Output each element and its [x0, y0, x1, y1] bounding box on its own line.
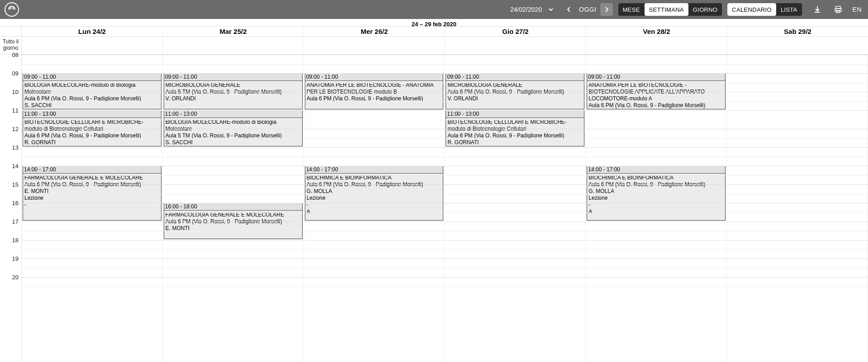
event-title: BIOTECNOLOGIE CELLULARI E MICROBICHE-mod…: [24, 119, 160, 132]
calendar-event[interactable]: 09:00 - 11:00ANATOMIA PER LE BIOTECNOLOG…: [587, 73, 726, 109]
view-calendar-button[interactable]: CALENDARIO: [727, 3, 776, 16]
day-header: Sab 29/2: [727, 27, 868, 36]
view-switch-mode: CALENDARIO LISTA: [727, 3, 802, 16]
calendar-event[interactable]: 09:00 - 11:00BIOLOGIA MOLECOLARE-modulo …: [23, 73, 161, 109]
event-extra: Lezione: [24, 195, 160, 202]
view-list-button[interactable]: LISTA: [776, 3, 802, 16]
hour-label: 08: [12, 52, 19, 58]
hour-label: 18: [12, 237, 19, 244]
allday-cell[interactable]: [586, 37, 727, 54]
calendar-event[interactable]: 11:00 - 13:00BIOLOGIA MOLECOLARE-modulo …: [164, 110, 303, 146]
hour-label: 12: [12, 126, 19, 132]
view-day-button[interactable]: GIORNO: [688, 3, 722, 16]
event-professor: S. SACCHI: [166, 139, 301, 146]
event-title: BIOTECNOLOGIE CELLULARI E MICROBICHE-mod…: [447, 119, 583, 132]
calendar-event[interactable]: 09:00 - 11:00MICROBIOLOGIA GENERALEAula …: [446, 73, 584, 109]
next-button[interactable]: [600, 3, 613, 16]
calendar-event[interactable]: 09:00 - 11:00MICROBIOLOGIA GENERALEAula …: [164, 73, 303, 109]
day-header: Ven 28/2: [586, 27, 727, 36]
time-gutter-head: [0, 27, 22, 36]
event-extra: A: [307, 208, 442, 215]
hour-label: 19: [12, 255, 19, 262]
event-time: 11:00 - 13:00: [23, 111, 161, 118]
allday-label-line: giorno: [1, 45, 20, 51]
allday-cell[interactable]: [304, 37, 445, 54]
time-gutter: 08091011121314151617181920: [0, 55, 22, 362]
day-header: Gio 27/2: [445, 27, 586, 36]
hour-label: 14: [12, 163, 19, 169]
hour-label: 13: [12, 144, 19, 151]
today-button[interactable]: OGGI: [575, 6, 600, 13]
event-title: ANATOMIA PER LE BIOTECNOLOGIE - ANATOMIA…: [307, 82, 442, 95]
event-time: 16:00 - 18:00: [164, 203, 302, 211]
event-time: 11:00 - 13:00: [164, 111, 302, 118]
allday-cell[interactable]: [22, 37, 163, 54]
dropdown-icon[interactable]: [545, 3, 557, 16]
date-range-title: 24 – 29 feb 2020: [0, 19, 868, 27]
event-extra: Lezione: [307, 195, 442, 202]
allday-cell[interactable]: [445, 37, 586, 54]
view-month-button[interactable]: MESE: [618, 3, 645, 16]
hour-label: 20: [12, 274, 19, 281]
event-time: 09:00 - 11:00: [305, 74, 443, 81]
time-grid: 08091011121314151617181920 09:00 - 11:00…: [0, 55, 868, 362]
event-time: 09:00 - 11:00: [23, 74, 161, 81]
calendar-event[interactable]: 09:00 - 11:00ANATOMIA PER LE BIOTECNOLOG…: [305, 73, 444, 109]
day-header: Lun 24/2: [22, 27, 163, 36]
top-toolbar: 24/02/2020 OGGI MESE SETTIMANA GIORNO CA…: [0, 0, 868, 19]
hour-label: 11: [12, 107, 19, 114]
event-time: 14:00 - 17:00: [23, 166, 161, 174]
day-columns: 09:00 - 11:00BIOLOGIA MOLECOLARE-modulo …: [22, 55, 868, 362]
event-title: BIOLOGIA MOLECOLARE-modulo di Biologia M…: [24, 82, 160, 95]
calendar-event[interactable]: 11:00 - 13:00BIOTECNOLOGIE CELLULARI E M…: [23, 110, 161, 146]
hour-label: 10: [12, 89, 19, 95]
event-time: 11:00 - 13:00: [446, 111, 584, 118]
event-time: 14:00 - 17:00: [587, 166, 725, 174]
event-professor: R. GORNATI: [447, 139, 583, 146]
svg-point-1: [9, 7, 11, 9]
date-display: 24/02/2020: [508, 6, 544, 13]
hour-label: 09: [12, 70, 19, 77]
view-week-button[interactable]: SETTIMANA: [645, 3, 688, 16]
hour-label: 16: [12, 200, 19, 207]
app-logo: [4, 1, 20, 18]
day-header: Mer 26/2: [304, 27, 445, 36]
calendar: Lun 24/2 Mar 25/2 Mer 26/2 Gio 27/2 Ven …: [0, 27, 868, 362]
calendar-event[interactable]: 11:00 - 13:00BIOTECNOLOGIE CELLULARI E M…: [446, 110, 584, 146]
event-extra: Lezione: [588, 195, 724, 202]
event-location: Aula 6 PM (Via O. Rossi, 9 - Padiglione …: [588, 102, 724, 109]
allday-label-line: Tutto il: [1, 38, 20, 45]
download-icon[interactable]: [811, 3, 824, 16]
hour-label: 15: [12, 181, 19, 188]
day-header-row: Lun 24/2 Mar 25/2 Mer 26/2 Gio 27/2 Ven …: [0, 27, 868, 37]
date-picker[interactable]: 24/02/2020: [508, 3, 557, 16]
event-professor: R. GORNATI: [24, 139, 160, 146]
svg-point-2: [13, 7, 14, 9]
event-professor: S. SACCHI: [24, 102, 160, 109]
calendar-event[interactable]: 16:00 - 18:00FARMACOLOGIA GENERALE E MOL…: [164, 203, 303, 239]
event-title: BIOLOGIA MOLECOLARE-modulo di Biologia M…: [166, 119, 301, 132]
language-toggle[interactable]: EN: [853, 6, 862, 13]
event-extra: A: [588, 208, 724, 215]
view-switch-period: MESE SETTIMANA GIORNO: [618, 3, 722, 16]
allday-cell[interactable]: [727, 37, 868, 54]
event-time: 14:00 - 17:00: [305, 166, 443, 174]
svg-point-0: [5, 3, 19, 16]
day-header: Mar 25/2: [163, 27, 304, 36]
hour-label: 17: [12, 218, 19, 225]
prev-button[interactable]: [563, 3, 575, 16]
event-time: 09:00 - 11:00: [164, 74, 302, 81]
allday-row: Tutto il giorno: [0, 37, 868, 55]
svg-rect-4: [835, 9, 841, 11]
event-time: 09:00 - 11:00: [446, 74, 584, 81]
allday-cell[interactable]: [163, 37, 304, 54]
print-icon[interactable]: [832, 3, 844, 16]
event-time: 09:00 - 11:00: [587, 74, 725, 81]
